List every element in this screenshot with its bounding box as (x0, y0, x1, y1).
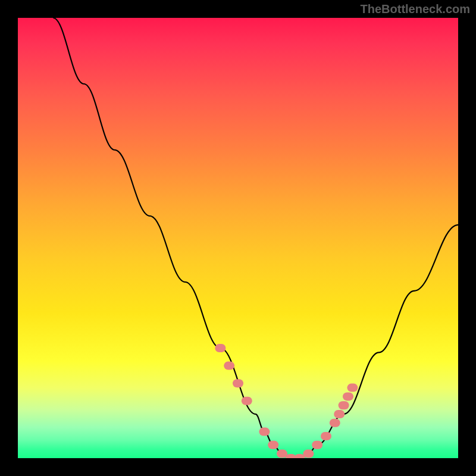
highlight-dot (268, 441, 278, 449)
highlight-dot (330, 419, 340, 427)
watermark-text: TheBottleneck.com (361, 2, 470, 16)
plot-area (18, 18, 458, 458)
highlight-dot (339, 401, 349, 409)
curve-svg (18, 18, 458, 458)
highlight-dot (321, 432, 331, 440)
highlight-dots (215, 344, 358, 458)
highlight-dot (303, 450, 314, 458)
highlight-dot (215, 344, 226, 352)
highlight-dot (312, 441, 322, 449)
highlight-dot (343, 392, 353, 400)
chart-container: TheBottleneck.com (0, 0, 476, 476)
highlight-dot (347, 384, 358, 392)
highlight-dot (233, 379, 243, 387)
highlight-dot (334, 410, 345, 418)
bottleneck-curve (53, 18, 458, 458)
curve-path (53, 18, 458, 458)
highlight-dot (259, 428, 270, 436)
highlight-dot (242, 397, 252, 405)
highlight-dot (224, 362, 234, 370)
